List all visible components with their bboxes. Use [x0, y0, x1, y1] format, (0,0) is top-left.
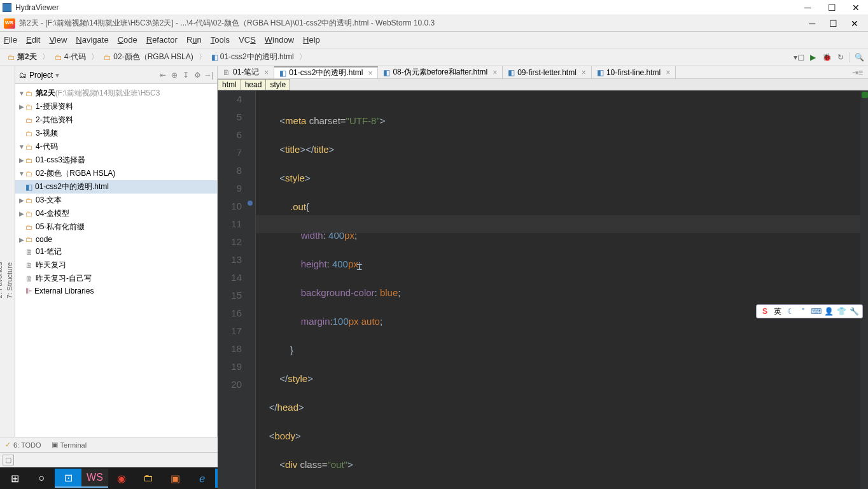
tree-node-4a[interactable]: ▶🗀01-css3选择器 — [15, 153, 217, 167]
structure-tool-tab[interactable]: 7: Structure — [4, 256, 15, 305]
left-tool-gutter: 7: Structure 2: Favorites — [0, 66, 15, 437]
tree-file-2[interactable]: 🗎昨天复习 — [15, 259, 217, 272]
tabs-overflow[interactable]: ⇥≡ — [847, 66, 868, 78]
tree-node-4e[interactable]: 🗀05-私有化前缀 — [15, 220, 217, 234]
folder-icon: 🗀 — [55, 53, 62, 62]
ime-moon-icon[interactable]: ☾ — [785, 307, 796, 316]
breadcrumb-d2[interactable]: 🗀02-颜色（RGBA HSLA) — [100, 50, 197, 64]
close-button[interactable]: ✕ — [846, 3, 865, 13]
tree-node-1[interactable]: ▶🗀1-授课资料 — [15, 100, 217, 113]
debug-button[interactable]: 🐞 — [822, 52, 832, 62]
status-left-icon[interactable]: ▢ — [3, 455, 14, 465]
hydraviewer-icon — [3, 3, 11, 12]
tab-01-notes[interactable]: 🗎01-笔记× — [218, 66, 274, 78]
menu-vcs[interactable]: VCS — [239, 35, 256, 45]
run-button[interactable]: ▶ — [808, 52, 818, 62]
rerun-button[interactable]: ↻ — [836, 52, 846, 62]
tree-node-code[interactable]: ▶🗀code — [15, 234, 217, 245]
ws-close-button[interactable]: ✕ — [845, 18, 864, 29]
tree-file-3[interactable]: 🗎昨天复习-自己写 — [15, 272, 217, 285]
close-icon[interactable]: × — [264, 68, 269, 77]
cortana-button[interactable]: ○ — [28, 469, 55, 488]
taskbar-chrome[interactable]: ◉ — [108, 469, 135, 488]
menu-run[interactable]: Run — [186, 35, 202, 45]
tree-node-4b[interactable]: ▼🗀02-颜色（RGBA HSLA) — [15, 167, 217, 180]
ws-maximize-button[interactable]: ☐ — [824, 18, 843, 29]
webstorm-logo-icon — [4, 18, 15, 29]
tree-node-4d[interactable]: ▶🗀04-盒模型 — [15, 207, 217, 220]
close-icon[interactable]: × — [582, 68, 586, 77]
project-pane-title: Project — [29, 71, 53, 80]
breadcrumb-root[interactable]: 🗀第2天 — [4, 50, 41, 64]
ime-wrench-icon[interactable]: 🔧 — [848, 307, 860, 316]
separator — [850, 52, 850, 62]
project-pane: 🗂Project ▾ ⇤ ⊕ ↧ ⚙ →| ▼🗀第2天 (F:\前端视频\14期… — [15, 66, 218, 437]
folder-icon: 🗀 — [104, 53, 111, 62]
crumb-html[interactable]: html — [218, 79, 241, 90]
close-icon[interactable]: × — [666, 68, 670, 77]
tree-root[interactable]: ▼🗀第2天 (F:\前端视频\14期就业班\H5C3 — [15, 87, 217, 100]
menu-refactor[interactable]: Refactor — [146, 35, 178, 45]
menu-navigate[interactable]: Navigate — [76, 35, 108, 45]
taskbar-app-1[interactable]: ⊡ — [55, 469, 81, 488]
inspection-ok-icon — [862, 92, 868, 98]
menu-edit[interactable]: Edit — [26, 35, 40, 45]
fold-gutter[interactable] — [247, 90, 256, 489]
tree-node-4c[interactable]: ▶🗀03-文本 — [15, 194, 217, 207]
ime-lang-button[interactable]: 英 — [772, 306, 783, 317]
tab-09[interactable]: ◧09-first-letter.html× — [503, 66, 592, 78]
terminal-tool-tab[interactable]: ▣Terminal — [52, 441, 87, 449]
menu-tools[interactable]: Tools — [211, 35, 230, 45]
ime-person-icon[interactable]: 👤 — [823, 307, 834, 316]
menu-view[interactable]: View — [49, 35, 67, 45]
breakpoint-marker[interactable] — [248, 201, 253, 206]
menu-window[interactable]: Window — [265, 35, 294, 45]
tree-external-libs[interactable]: ⊪External Libraries — [15, 285, 217, 297]
taskbar-ppt[interactable]: ▣ — [162, 469, 188, 488]
close-icon[interactable]: × — [368, 69, 372, 78]
tree-node-2[interactable]: 🗀2-其他资料 — [15, 113, 217, 127]
taskbar-ie[interactable]: ℯ — [188, 469, 215, 488]
crumb-style[interactable]: style — [265, 79, 290, 90]
minimize-button[interactable]: ─ — [798, 3, 817, 13]
menubar: File Edit View Navigate Code Refactor Ru… — [0, 32, 868, 48]
ws-minimize-button[interactable]: ─ — [802, 18, 822, 29]
taskbar-explorer[interactable]: 🗀 — [135, 469, 162, 488]
close-icon[interactable]: × — [493, 68, 497, 77]
run-config-dropdown[interactable]: ▾▢ — [794, 52, 804, 62]
ime-toolbar[interactable]: S 英 ☾ " ⌨ 👤 👕 🔧 — [756, 304, 863, 318]
settings-button[interactable]: ⚙ — [193, 71, 202, 80]
target-button[interactable]: ⊕ — [170, 71, 179, 80]
code-editor[interactable]: 4567891011121314151617181920 <meta chars… — [218, 90, 868, 489]
tree-file-1[interactable]: 🗎01-笔记 — [15, 245, 217, 259]
todo-tool-tab[interactable]: ✓6: TODO — [5, 441, 41, 449]
favorites-tool-tab[interactable]: 2: Favorites — [0, 255, 4, 304]
menu-help[interactable]: Help — [303, 35, 320, 45]
scrollbar[interactable] — [860, 90, 868, 489]
hydraviewer-title: HydraViewer — [15, 3, 798, 12]
start-button[interactable]: ⊞ — [1, 469, 28, 488]
tree-node-4b1[interactable]: ◧01-css2中的透明.html — [15, 180, 217, 194]
breadcrumb-d1[interactable]: 🗀4-代码 — [51, 50, 90, 64]
collapse-button[interactable]: ⇤ — [158, 71, 167, 80]
tab-08[interactable]: ◧08-伪元素before和after.html× — [378, 66, 503, 78]
ime-logo-icon[interactable]: S — [759, 307, 771, 316]
hide-button[interactable]: →| — [204, 71, 213, 80]
hydraviewer-titlebar: HydraViewer ─ ☐ ✕ — [0, 0, 868, 15]
code-text[interactable]: <meta charset="UTF-8"> <title></title> <… — [256, 90, 868, 489]
maximize-button[interactable]: ☐ — [822, 3, 841, 13]
ime-comma-icon[interactable]: " — [797, 307, 809, 316]
ime-keyboard-icon[interactable]: ⌨ — [810, 307, 822, 316]
autoscroll-button[interactable]: ↧ — [181, 71, 190, 80]
ime-shirt-icon[interactable]: 👕 — [836, 307, 847, 316]
tree-node-4[interactable]: ▼🗀4-代码 — [15, 140, 217, 153]
tab-10[interactable]: ◧10-first-line.html× — [592, 66, 676, 78]
crumb-head[interactable]: head — [241, 79, 267, 90]
menu-code[interactable]: Code — [118, 35, 137, 45]
menu-file[interactable]: File — [4, 35, 17, 45]
search-button[interactable]: 🔍 — [854, 52, 864, 62]
breadcrumb-file[interactable]: ◧01-css2中的透明.html — [207, 50, 298, 64]
taskbar-webstorm[interactable]: WS — [81, 469, 108, 488]
tab-01-css2[interactable]: ◧01-css2中的透明.html× — [274, 66, 378, 78]
tree-node-3[interactable]: 🗀3-视频 — [15, 127, 217, 140]
